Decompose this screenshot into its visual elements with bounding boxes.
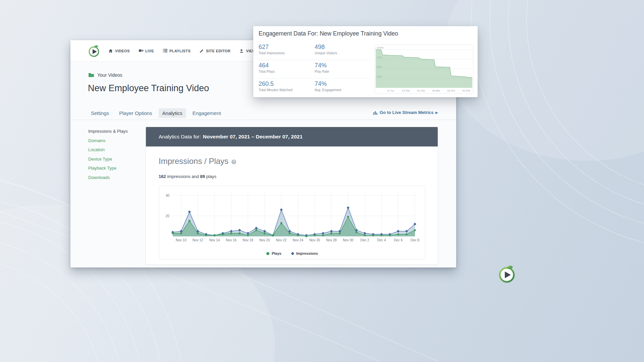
- analytics-date-bar: Analytics Data for: November 07, 2021 – …: [146, 127, 438, 146]
- stat-label: Unique Visitors: [315, 51, 371, 55]
- live-link-label: Go to Live Stream Metrics: [380, 110, 433, 115]
- nav-item-videos[interactable]: VIDEOS: [109, 49, 130, 53]
- stat-value: 627: [259, 44, 315, 51]
- svg-text:40: 40: [166, 194, 170, 197]
- impressions-marker-icon: [291, 252, 294, 255]
- page-title: New Employee Training Video: [88, 83, 209, 94]
- svg-text:Dec 4: Dec 4: [377, 238, 386, 242]
- svg-text:40.29s: 40.29s: [462, 89, 470, 92]
- stat-value: 74%: [315, 80, 371, 87]
- info-icon[interactable]: ?: [231, 160, 236, 164]
- svg-text:Nov 22: Nov 22: [276, 238, 287, 242]
- nav-item-live[interactable]: LIVE: [139, 49, 154, 53]
- tabs-divider: [70, 120, 456, 120]
- legend-impressions-label: Impressions: [296, 251, 318, 255]
- impressions-plays-chart-svg: 2040Nov 10Nov 12Nov 14Nov 16Nov 18Nov 20…: [159, 186, 425, 259]
- stat-total-impressions: 627 Total Impressions: [259, 42, 315, 60]
- nav-item-site-editor[interactable]: SITE EDITOR: [200, 49, 230, 53]
- engagement-chart-svg: 100%75%50%25%6.71s13.43s20.14s26.86s33.5…: [375, 45, 473, 93]
- sidebar-item-impressions-plays[interactable]: Impressions & Plays: [88, 129, 142, 134]
- stat-label: Avg. Engagement: [315, 88, 371, 92]
- svg-text:Dec 6: Dec 6: [394, 238, 403, 242]
- svg-text:Nov 14: Nov 14: [209, 238, 220, 242]
- svg-text:26.86s: 26.86s: [432, 89, 440, 92]
- date-range: November 07, 2021 – December 07, 2021: [203, 134, 303, 140]
- stat-value: 464: [259, 62, 315, 69]
- svg-text:33.57s: 33.57s: [447, 89, 455, 92]
- stat-avg-engagement: 74% Avg. Engagement: [315, 78, 371, 97]
- impressions-count: 162: [159, 174, 166, 179]
- analytics-panel: Analytics Data for: November 07, 2021 – …: [146, 127, 438, 265]
- sidebar-item-domains[interactable]: Domains: [88, 138, 142, 143]
- sidebar-item-downloads[interactable]: Downloads: [88, 175, 142, 180]
- brand-logo-large-icon: [497, 264, 517, 284]
- svg-text:Nov 16: Nov 16: [226, 238, 236, 242]
- chart-legend: Plays Impressions: [159, 251, 425, 255]
- summary-suffix: plays: [205, 174, 216, 179]
- tabs: Settings Player Options Analytics Engage…: [91, 108, 221, 118]
- stat-label: Total Plays: [259, 70, 315, 73]
- legend-plays: Plays: [266, 251, 281, 255]
- stat-total-plays: 464 Total Plays: [259, 60, 315, 78]
- analytics-sidebar: Impressions & Plays Domains Location Dev…: [88, 129, 142, 184]
- svg-text:100%: 100%: [377, 46, 383, 49]
- stat-row: 260.5 Total Minutes Watched 74% Avg. Eng…: [259, 78, 371, 97]
- svg-text:6.71s: 6.71s: [387, 89, 394, 92]
- sidebar-item-playback-type[interactable]: Playback Type: [88, 166, 142, 171]
- tab-settings[interactable]: Settings: [91, 110, 109, 116]
- stat-label: Play Rate: [315, 70, 371, 73]
- svg-text:Dec 8: Dec 8: [411, 238, 420, 242]
- list-icon: [163, 49, 167, 53]
- plays-marker-icon: [266, 252, 269, 255]
- svg-text:Nov 30: Nov 30: [343, 238, 354, 242]
- svg-text:Nov 20: Nov 20: [259, 238, 270, 242]
- stat-value: 498: [315, 44, 371, 51]
- stat-label: Total Minutes Watched: [259, 88, 315, 92]
- engagement-card-title: Engagement Data For: New Employee Traini…: [259, 30, 398, 37]
- sidebar-item-device-type[interactable]: Device Type: [88, 157, 142, 162]
- nav-item-label: VIDEOS: [115, 49, 130, 53]
- stat-value: 74%: [315, 62, 371, 69]
- brand-logo-icon[interactable]: [87, 44, 101, 58]
- svg-text:20.14s: 20.14s: [417, 89, 425, 92]
- breadcrumb[interactable]: Your Videos: [88, 72, 122, 78]
- svg-text:20: 20: [166, 214, 170, 218]
- stat-label: Total Impressions: [259, 51, 315, 55]
- impressions-plays-chart: 2040Nov 10Nov 12Nov 14Nov 16Nov 18Nov 20…: [159, 186, 425, 259]
- nav-item-label: LIVE: [145, 49, 154, 53]
- nav-menu: VIDEOS LIVE PLAYLISTS SITE EDITOR: [109, 49, 275, 53]
- stat-row: 627 Total Impressions 498 Unique Visitor…: [259, 42, 371, 60]
- svg-text:Nov 26: Nov 26: [309, 238, 320, 242]
- user-icon: [239, 49, 244, 53]
- live-stream-metrics-link[interactable]: Go to Live Stream Metrics ▸: [373, 110, 438, 115]
- tab-engagement[interactable]: Engagement: [193, 110, 221, 116]
- svg-text:Nov 28: Nov 28: [326, 238, 337, 242]
- bar-chart-icon: [373, 111, 378, 115]
- svg-text:Nov 24: Nov 24: [293, 238, 304, 242]
- legend-plays-label: Plays: [272, 251, 281, 255]
- nav-item-label: SITE EDITOR: [206, 49, 230, 53]
- nav-item-playlists[interactable]: PLAYLISTS: [163, 49, 191, 53]
- tab-player-options[interactable]: Player Options: [119, 110, 152, 116]
- section-heading-label: Impressions / Plays: [159, 157, 228, 166]
- sidebar-item-location[interactable]: Location: [88, 147, 142, 152]
- svg-text:13.43s: 13.43s: [402, 89, 410, 92]
- tab-analytics[interactable]: Analytics: [159, 108, 186, 118]
- stat-total-minutes-watched: 260.5 Total Minutes Watched: [259, 78, 315, 97]
- svg-text:Nov 12: Nov 12: [193, 238, 203, 242]
- video-camera-icon: [139, 49, 143, 53]
- stat-unique-visitors: 498 Unique Visitors: [315, 42, 371, 60]
- legend-impressions: Impressions: [291, 251, 318, 255]
- stat-play-rate: 74% Play Rate: [315, 60, 371, 78]
- section-heading: Impressions / Plays ?: [159, 157, 236, 166]
- stat-row: 464 Total Plays 74% Play Rate: [259, 60, 371, 78]
- home-icon: [109, 49, 113, 53]
- pencil-icon: [200, 49, 204, 53]
- folder-icon: [88, 73, 94, 77]
- engagement-chart: 100%75%50%25%6.71s13.43s20.14s26.86s33.5…: [375, 45, 473, 94]
- svg-text:Nov 18: Nov 18: [243, 238, 253, 242]
- stat-value: 260.5: [259, 80, 315, 87]
- svg-text:Nov 10: Nov 10: [176, 238, 186, 242]
- svg-text:Dec 2: Dec 2: [361, 238, 370, 242]
- plays-count: 89: [200, 174, 205, 179]
